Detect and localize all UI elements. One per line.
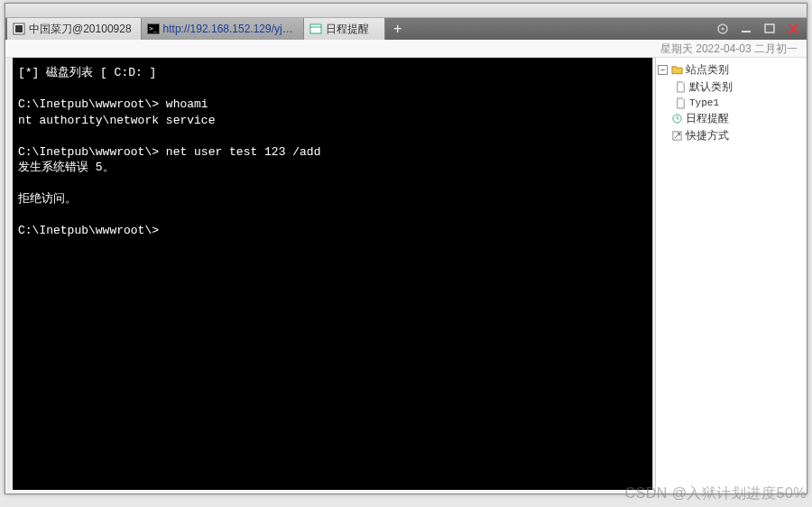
prompt: C:\Inetpub\wwwroot\> bbox=[18, 145, 166, 159]
prompt: C:\Inetpub\wwwroot\> bbox=[18, 97, 166, 111]
sidebar: − 站点类别 默认类别 Type1 bbox=[655, 58, 807, 492]
tree-view: − 站点类别 默认类别 Type1 bbox=[658, 61, 805, 144]
content-area: [*] 磁盘列表 [ C:D: ] C:\Inetpub\wwwroot\> w… bbox=[5, 58, 807, 492]
tree-label: 快捷方式 bbox=[686, 128, 729, 143]
terminal-line: nt authority\network service bbox=[18, 114, 215, 127]
minimize-button[interactable] bbox=[738, 23, 754, 35]
terminal-line: 发生系统错误 5。 bbox=[18, 161, 115, 174]
tree-node-sites[interactable]: − 站点类别 bbox=[658, 61, 805, 78]
tree-node-default[interactable]: 默认类别 bbox=[658, 78, 805, 96]
schedule-icon bbox=[309, 23, 322, 35]
app-icon bbox=[13, 23, 25, 35]
tree-node-schedule[interactable]: 日程提醒 bbox=[658, 110, 805, 127]
terminal-icon: >_ bbox=[147, 23, 160, 35]
svg-text:>_: >_ bbox=[149, 25, 157, 32]
file-icon bbox=[674, 97, 687, 109]
terminal-line: [*] 磁盘列表 [ C:D: ] bbox=[18, 66, 156, 79]
tab-main[interactable]: 中国菜刀@20100928 bbox=[7, 18, 142, 40]
tab-bar: 中国菜刀@20100928 >_ http://192.168.152.129/… bbox=[5, 18, 807, 40]
settings-icon[interactable] bbox=[715, 23, 731, 35]
tab-label: 日程提醒 bbox=[326, 22, 369, 37]
tab-label: 中国菜刀@20100928 bbox=[29, 22, 132, 37]
app-window: 中国菜刀@20100928 >_ http://192.168.152.129/… bbox=[5, 3, 807, 494]
shortcut-icon bbox=[670, 130, 683, 143]
date-text: 星期天 2022-04-03 二月初一 bbox=[660, 42, 798, 55]
command: whoami bbox=[166, 97, 208, 111]
terminal-line: 拒绝访问。 bbox=[18, 192, 77, 206]
tab-shell[interactable]: >_ http://192.168.152.129/yjh.a... bbox=[142, 18, 304, 40]
schedule-icon bbox=[670, 113, 683, 125]
svg-rect-9 bbox=[765, 24, 774, 32]
folder-icon bbox=[670, 64, 683, 77]
tree-label: 默认类别 bbox=[689, 79, 733, 95]
tab-schedule[interactable]: 日程提醒 bbox=[304, 18, 385, 40]
svg-point-7 bbox=[722, 28, 724, 31]
prompt: C:\Inetpub\wwwroot\> bbox=[18, 224, 166, 237]
date-bar: 星期天 2022-04-03 二月初一 bbox=[5, 40, 807, 58]
file-icon bbox=[674, 81, 687, 94]
tab-label: http://192.168.152.129/yjh.a... bbox=[163, 23, 294, 35]
maximize-button[interactable] bbox=[761, 23, 778, 35]
new-tab-button[interactable]: + bbox=[385, 18, 411, 40]
tree-node-shortcut[interactable]: 快捷方式 bbox=[658, 127, 805, 144]
svg-rect-1 bbox=[15, 25, 23, 32]
titlebar[interactable] bbox=[5, 4, 807, 18]
close-button[interactable] bbox=[785, 23, 801, 35]
tree-label: 站点类别 bbox=[686, 62, 729, 78]
command: net user test 123 /add bbox=[166, 145, 321, 159]
tree-label: Type1 bbox=[689, 97, 719, 108]
svg-rect-4 bbox=[310, 24, 321, 33]
terminal[interactable]: [*] 磁盘列表 [ C:D: ] C:\Inetpub\wwwroot\> w… bbox=[13, 58, 652, 490]
terminal-pane: [*] 磁盘列表 [ C:D: ] C:\Inetpub\wwwroot\> w… bbox=[5, 58, 655, 492]
collapse-icon[interactable]: − bbox=[658, 65, 668, 75]
window-controls bbox=[715, 18, 801, 40]
tree-label: 日程提醒 bbox=[686, 111, 729, 126]
tree-node-type1[interactable]: Type1 bbox=[658, 96, 805, 110]
terminal-scroll[interactable]: [*] 磁盘列表 [ C:D: ] C:\Inetpub\wwwroot\> w… bbox=[7, 58, 653, 490]
